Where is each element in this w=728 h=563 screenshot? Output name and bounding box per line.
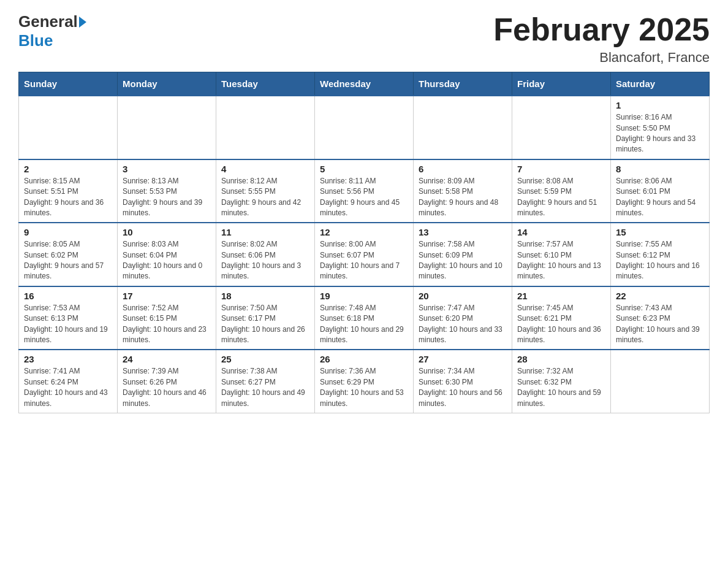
calendar-week-row: 2Sunrise: 8:15 AM Sunset: 5:51 PM Daylig… xyxy=(19,159,710,223)
day-number: 5 xyxy=(320,164,408,174)
col-friday: Friday xyxy=(512,72,611,96)
calendar-cell: 27Sunrise: 7:34 AM Sunset: 6:30 PM Dayli… xyxy=(414,350,512,413)
day-info: Sunrise: 8:16 AM Sunset: 5:50 PM Dayligh… xyxy=(616,112,704,155)
day-info: Sunrise: 7:57 AM Sunset: 6:10 PM Dayligh… xyxy=(517,239,605,282)
day-info: Sunrise: 8:03 AM Sunset: 6:04 PM Dayligh… xyxy=(123,239,211,282)
title-section: February 2025 Blancafort, France xyxy=(493,12,710,66)
day-info: Sunrise: 7:32 AM Sunset: 6:32 PM Dayligh… xyxy=(517,366,605,409)
day-info: Sunrise: 7:38 AM Sunset: 6:27 PM Dayligh… xyxy=(221,366,309,409)
logo: General Blue xyxy=(18,12,86,50)
calendar-cell: 4Sunrise: 8:12 AM Sunset: 5:55 PM Daylig… xyxy=(216,159,315,223)
day-info: Sunrise: 8:12 AM Sunset: 5:55 PM Dayligh… xyxy=(221,176,309,219)
calendar-table: Sunday Monday Tuesday Wednesday Thursday… xyxy=(18,72,710,413)
day-number: 25 xyxy=(221,354,309,364)
calendar-cell: 21Sunrise: 7:45 AM Sunset: 6:21 PM Dayli… xyxy=(512,286,611,350)
day-info: Sunrise: 7:48 AM Sunset: 6:18 PM Dayligh… xyxy=(320,303,408,346)
day-number: 8 xyxy=(616,164,704,174)
day-number: 11 xyxy=(221,227,309,237)
calendar-cell xyxy=(611,350,710,413)
day-info: Sunrise: 7:55 AM Sunset: 6:12 PM Dayligh… xyxy=(616,239,704,282)
calendar-cell: 1Sunrise: 8:16 AM Sunset: 5:50 PM Daylig… xyxy=(611,96,710,159)
calendar-cell: 8Sunrise: 8:06 AM Sunset: 6:01 PM Daylig… xyxy=(611,159,710,223)
col-saturday: Saturday xyxy=(611,72,710,96)
day-number: 1 xyxy=(616,100,704,110)
logo-blue-text: Blue xyxy=(18,31,53,50)
day-number: 10 xyxy=(123,227,211,237)
calendar-cell: 16Sunrise: 7:53 AM Sunset: 6:13 PM Dayli… xyxy=(19,286,118,350)
calendar-cell: 22Sunrise: 7:43 AM Sunset: 6:23 PM Dayli… xyxy=(611,286,710,350)
calendar-week-row: 1Sunrise: 8:16 AM Sunset: 5:50 PM Daylig… xyxy=(19,96,710,159)
calendar-cell xyxy=(414,96,512,159)
calendar-week-row: 16Sunrise: 7:53 AM Sunset: 6:13 PM Dayli… xyxy=(19,286,710,350)
day-info: Sunrise: 7:52 AM Sunset: 6:15 PM Dayligh… xyxy=(123,303,211,346)
calendar-cell: 5Sunrise: 8:11 AM Sunset: 5:56 PM Daylig… xyxy=(315,159,414,223)
calendar-header-row: Sunday Monday Tuesday Wednesday Thursday… xyxy=(19,72,710,96)
day-info: Sunrise: 8:08 AM Sunset: 5:59 PM Dayligh… xyxy=(517,176,605,219)
month-title: February 2025 xyxy=(493,12,710,47)
calendar-cell: 15Sunrise: 7:55 AM Sunset: 6:12 PM Dayli… xyxy=(611,223,710,286)
calendar-week-row: 9Sunrise: 8:05 AM Sunset: 6:02 PM Daylig… xyxy=(19,223,710,286)
calendar-cell: 28Sunrise: 7:32 AM Sunset: 6:32 PM Dayli… xyxy=(512,350,611,413)
day-number: 13 xyxy=(419,227,507,237)
day-info: Sunrise: 8:15 AM Sunset: 5:51 PM Dayligh… xyxy=(24,176,112,219)
day-number: 26 xyxy=(320,354,408,364)
day-info: Sunrise: 7:43 AM Sunset: 6:23 PM Dayligh… xyxy=(616,303,704,346)
calendar-cell xyxy=(118,96,216,159)
day-info: Sunrise: 7:41 AM Sunset: 6:24 PM Dayligh… xyxy=(24,366,112,409)
calendar-cell: 12Sunrise: 8:00 AM Sunset: 6:07 PM Dayli… xyxy=(315,223,414,286)
calendar-cell: 25Sunrise: 7:38 AM Sunset: 6:27 PM Dayli… xyxy=(216,350,315,413)
location-label: Blancafort, France xyxy=(493,50,710,66)
day-info: Sunrise: 7:45 AM Sunset: 6:21 PM Dayligh… xyxy=(517,303,605,346)
col-wednesday: Wednesday xyxy=(315,72,414,96)
day-info: Sunrise: 7:34 AM Sunset: 6:30 PM Dayligh… xyxy=(419,366,507,409)
calendar-cell xyxy=(216,96,315,159)
calendar-cell: 20Sunrise: 7:47 AM Sunset: 6:20 PM Dayli… xyxy=(414,286,512,350)
calendar-cell: 17Sunrise: 7:52 AM Sunset: 6:15 PM Dayli… xyxy=(118,286,216,350)
col-thursday: Thursday xyxy=(414,72,512,96)
day-info: Sunrise: 8:13 AM Sunset: 5:53 PM Dayligh… xyxy=(123,176,211,219)
day-number: 20 xyxy=(419,291,507,301)
day-info: Sunrise: 8:06 AM Sunset: 6:01 PM Dayligh… xyxy=(616,176,704,219)
col-tuesday: Tuesday xyxy=(216,72,315,96)
day-number: 6 xyxy=(419,164,507,174)
day-number: 14 xyxy=(517,227,605,237)
day-number: 21 xyxy=(517,291,605,301)
day-info: Sunrise: 7:47 AM Sunset: 6:20 PM Dayligh… xyxy=(419,303,507,346)
col-sunday: Sunday xyxy=(19,72,118,96)
day-number: 27 xyxy=(419,354,507,364)
calendar-cell: 18Sunrise: 7:50 AM Sunset: 6:17 PM Dayli… xyxy=(216,286,315,350)
day-info: Sunrise: 7:50 AM Sunset: 6:17 PM Dayligh… xyxy=(221,303,309,346)
col-monday: Monday xyxy=(118,72,216,96)
day-info: Sunrise: 8:09 AM Sunset: 5:58 PM Dayligh… xyxy=(419,176,507,219)
day-number: 7 xyxy=(517,164,605,174)
calendar-cell: 10Sunrise: 8:03 AM Sunset: 6:04 PM Dayli… xyxy=(118,223,216,286)
calendar-week-row: 23Sunrise: 7:41 AM Sunset: 6:24 PM Dayli… xyxy=(19,350,710,413)
day-number: 24 xyxy=(123,354,211,364)
day-info: Sunrise: 7:36 AM Sunset: 6:29 PM Dayligh… xyxy=(320,366,408,409)
calendar-cell: 11Sunrise: 8:02 AM Sunset: 6:06 PM Dayli… xyxy=(216,223,315,286)
day-info: Sunrise: 7:53 AM Sunset: 6:13 PM Dayligh… xyxy=(24,303,112,346)
day-number: 4 xyxy=(221,164,309,174)
calendar-cell: 26Sunrise: 7:36 AM Sunset: 6:29 PM Dayli… xyxy=(315,350,414,413)
calendar-cell: 6Sunrise: 8:09 AM Sunset: 5:58 PM Daylig… xyxy=(414,159,512,223)
logo-arrow-icon xyxy=(79,17,86,28)
calendar-cell: 7Sunrise: 8:08 AM Sunset: 5:59 PM Daylig… xyxy=(512,159,611,223)
calendar-cell: 24Sunrise: 7:39 AM Sunset: 6:26 PM Dayli… xyxy=(118,350,216,413)
day-number: 18 xyxy=(221,291,309,301)
calendar-cell: 3Sunrise: 8:13 AM Sunset: 5:53 PM Daylig… xyxy=(118,159,216,223)
day-info: Sunrise: 8:00 AM Sunset: 6:07 PM Dayligh… xyxy=(320,239,408,282)
logo-general-text: General xyxy=(18,12,78,31)
day-info: Sunrise: 8:11 AM Sunset: 5:56 PM Dayligh… xyxy=(320,176,408,219)
day-info: Sunrise: 8:02 AM Sunset: 6:06 PM Dayligh… xyxy=(221,239,309,282)
calendar-cell: 2Sunrise: 8:15 AM Sunset: 5:51 PM Daylig… xyxy=(19,159,118,223)
calendar-cell: 13Sunrise: 7:58 AM Sunset: 6:09 PM Dayli… xyxy=(414,223,512,286)
day-info: Sunrise: 7:58 AM Sunset: 6:09 PM Dayligh… xyxy=(419,239,507,282)
day-number: 9 xyxy=(24,227,112,237)
calendar-cell: 19Sunrise: 7:48 AM Sunset: 6:18 PM Dayli… xyxy=(315,286,414,350)
calendar-cell: 9Sunrise: 8:05 AM Sunset: 6:02 PM Daylig… xyxy=(19,223,118,286)
calendar-cell: 14Sunrise: 7:57 AM Sunset: 6:10 PM Dayli… xyxy=(512,223,611,286)
day-number: 22 xyxy=(616,291,704,301)
day-number: 17 xyxy=(123,291,211,301)
calendar-cell xyxy=(19,96,118,159)
day-number: 12 xyxy=(320,227,408,237)
